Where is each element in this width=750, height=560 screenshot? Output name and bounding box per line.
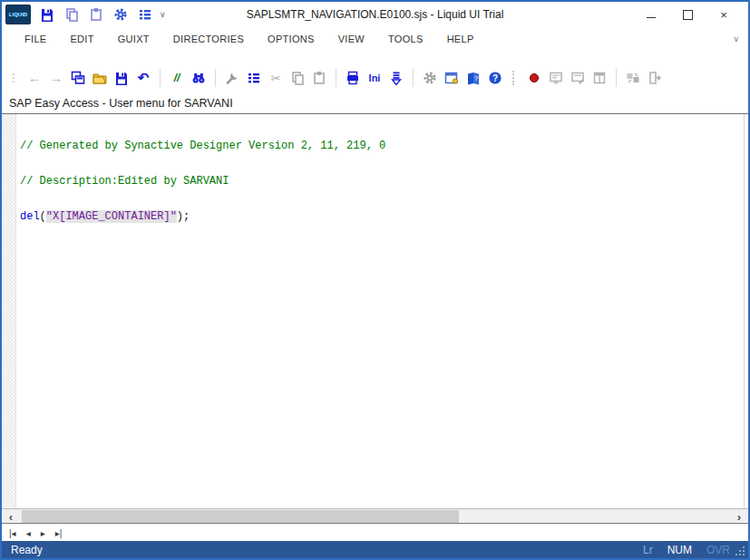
prev-tab-button[interactable]: ◂ — [26, 528, 31, 538]
screen-context-label: SAP Easy Access - User menu for SARVANI — [2, 92, 748, 113]
indicator-lr: Lr — [643, 544, 653, 556]
new-session-icon[interactable] — [443, 70, 460, 86]
insert-lines-icon[interactable] — [388, 70, 404, 86]
find-icon[interactable] — [190, 70, 207, 86]
undo-icon[interactable]: ↶ — [135, 70, 151, 86]
help-book-icon[interactable]: ? — [465, 70, 482, 86]
statusbar: Ready Lr NUM OVR — [2, 541, 748, 558]
wrench-icon[interactable] — [224, 70, 240, 86]
open-folder-icon[interactable] — [92, 70, 108, 86]
last-tab-button[interactable]: ▸| — [55, 528, 63, 538]
forward-icon[interactable]: → — [48, 70, 64, 86]
code-punct: ); — [177, 210, 190, 223]
toolbar: ⋮ ← → ↶ // ✂ — [2, 63, 748, 92]
menu-guixt[interactable]: GUIXT — [118, 34, 150, 44]
menu-help[interactable]: HELP — [447, 34, 474, 44]
window-controls: × — [639, 5, 748, 24]
menu-file[interactable]: FILE — [24, 34, 46, 44]
qat-settings-gear-icon[interactable] — [112, 6, 129, 23]
ribbon-collapse-chevron-icon[interactable]: ∨ — [733, 34, 739, 43]
editor-right-border — [744, 114, 745, 508]
code-keyword: del — [20, 210, 40, 223]
qat-copy-icon[interactable] — [63, 6, 80, 23]
menu-directories[interactable]: DIRECTORIES — [173, 34, 244, 44]
scroll-right-button[interactable]: › — [730, 509, 748, 524]
app-logo-icon: LIQUID — [5, 5, 31, 24]
toolbar-separator — [413, 69, 414, 87]
toolbar-grip[interactable]: ⋮ — [5, 70, 21, 86]
status-message: Ready — [11, 544, 43, 556]
window-grid-icon — [591, 70, 608, 86]
save-icon[interactable] — [113, 70, 130, 86]
code-punct: ( — [40, 210, 46, 223]
horizontal-scrollbar[interactable]: ‹ › — [2, 508, 748, 524]
scrollbar-thumb[interactable] — [22, 510, 459, 523]
toolbar-separator — [336, 69, 336, 87]
exit-icon — [647, 70, 663, 86]
menu-options[interactable]: OPTIONS — [268, 34, 315, 44]
tab-navigation: |◂ ◂ ▸ ▸| — [2, 524, 71, 542]
svg-text:?: ? — [492, 73, 498, 83]
toolbar-separator — [160, 69, 161, 87]
ini-file-icon[interactable]: Ini — [366, 70, 383, 86]
paste-icon[interactable] — [311, 70, 327, 86]
toolbar-separator — [616, 69, 617, 87]
qat-paste-icon[interactable] — [88, 6, 104, 23]
back-icon[interactable]: ← — [26, 70, 43, 86]
qat-customize-chevron-icon[interactable]: ∨ — [160, 10, 166, 19]
screens-icon[interactable] — [70, 70, 86, 86]
app-window: LIQUID ∨ SAPLSMTR_NAVIGATION.E0100.sjs -… — [0, 0, 750, 560]
code-line: // Generated by Synactive Designer Versi… — [20, 140, 385, 152]
maximize-icon — [683, 10, 693, 20]
script-options-icon[interactable] — [246, 70, 262, 86]
editor-selection-margin[interactable] — [2, 114, 16, 508]
minimize-icon — [647, 17, 656, 18]
qat-properties-icon[interactable] — [137, 6, 153, 23]
cut-icon[interactable]: ✂ — [268, 70, 284, 86]
close-button[interactable]: × — [712, 5, 735, 24]
code-area[interactable]: // Generated by Synactive Designer Versi… — [20, 117, 385, 246]
status-indicators: Lr NUM OVR — [643, 544, 743, 556]
disconnect-icon — [625, 70, 641, 86]
code-string: "X[IMAGE_CONTAINER]" — [46, 210, 177, 223]
tab-strip: |◂ ◂ ▸ ▸| WYSIWYG Script — [2, 523, 748, 542]
copy-icon[interactable] — [289, 70, 306, 86]
next-tab-button[interactable]: ▸ — [41, 528, 45, 538]
screen-edit-icon — [570, 70, 586, 86]
quick-access-toolbar: LIQUID ∨ — [2, 5, 166, 24]
qat-save-icon[interactable] — [39, 6, 55, 23]
indicator-overwrite: OVR — [706, 544, 730, 556]
screen-capture-icon — [548, 70, 564, 86]
svg-text:?: ? — [474, 74, 479, 82]
toolbar-separator — [512, 71, 517, 85]
toolbar-separator — [215, 69, 216, 87]
indicator-num-lock: NUM — [667, 544, 692, 556]
settings-gear-icon[interactable] — [422, 70, 438, 86]
maximize-button[interactable] — [676, 5, 699, 24]
close-icon: × — [720, 8, 727, 22]
resize-grip[interactable] — [735, 546, 745, 555]
record-icon[interactable] — [526, 70, 542, 86]
script-editor[interactable]: // Generated by Synactive Designer Versi… — [2, 114, 748, 508]
minimize-button[interactable] — [639, 5, 663, 24]
about-help-icon[interactable]: ? — [487, 70, 503, 86]
menu-tools[interactable]: TOOLS — [388, 34, 424, 44]
comment-icon[interactable]: // — [169, 70, 185, 86]
scroll-left-button[interactable]: ‹ — [2, 509, 20, 524]
menubar: FILE EDIT GUIXT DIRECTORIES OPTIONS VIEW… — [2, 27, 748, 51]
first-tab-button[interactable]: |◂ — [9, 528, 16, 538]
titlebar: LIQUID ∨ SAPLSMTR_NAVIGATION.E0100.sjs -… — [2, 2, 748, 27]
menu-view[interactable]: VIEW — [338, 34, 365, 44]
code-line: del("X[IMAGE_CONTAINER]"); — [20, 211, 385, 223]
code-line: // Description:Edited by SARVANI — [20, 176, 385, 188]
tab-label: WYSIWYG — [72, 524, 101, 541]
print-icon[interactable] — [345, 70, 361, 86]
menu-edit[interactable]: EDIT — [70, 34, 93, 44]
